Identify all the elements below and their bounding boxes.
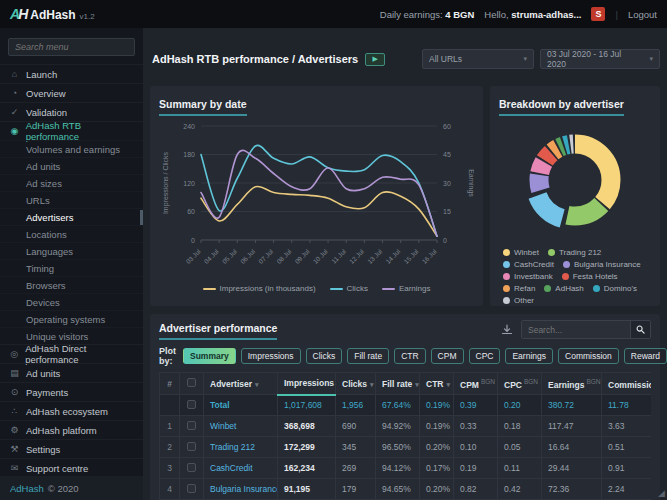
sidebar-item-label: Browsers <box>26 280 66 291</box>
sidebar-item-browsers[interactable]: Browsers <box>0 276 143 293</box>
donut-legend-item-other[interactable]: Other <box>503 296 534 305</box>
search-icon[interactable] <box>630 321 650 338</box>
row-checkbox[interactable] <box>187 421 196 430</box>
column-header-clicks[interactable]: Clicks▾ <box>336 373 376 395</box>
legend-item-earnings[interactable]: Earnings <box>382 284 431 293</box>
adhash-logo[interactable]: AH AdHash v1.2 <box>10 6 95 22</box>
greeting[interactable]: Hello, struma-adhas... <box>484 9 581 20</box>
row-checkbox[interactable] <box>187 463 196 472</box>
avatar[interactable]: S <box>591 7 605 21</box>
column-header-cpm[interactable]: CPMBGN▾ <box>454 373 498 395</box>
donut-legend-item-investbank[interactable]: Investbank <box>503 272 553 281</box>
logout-button[interactable]: Logout <box>628 9 657 20</box>
sidebar-item-devices[interactable]: Devices <box>0 293 143 310</box>
sidebar-item-languages[interactable]: Languages <box>0 242 143 259</box>
metric-cell: 1,956 <box>336 395 376 416</box>
sidebar-item-adhash-direct-performance[interactable]: ◎AdHash Direct performance <box>0 344 143 363</box>
sidebar-item-ad-sizes[interactable]: Ad sizes <box>0 174 143 191</box>
footer-brand[interactable]: AdHash <box>10 483 44 494</box>
svg-text:12 Jul: 12 Jul <box>348 247 366 265</box>
sidebar-item-validation[interactable]: ✓Validation <box>0 102 143 121</box>
plot-by-reward-button[interactable]: Reward <box>624 348 667 364</box>
donut-legend-item-domino-s[interactable]: Domino's <box>593 284 637 293</box>
sidebar-item-unique-visitors[interactable]: Unique visitors <box>0 327 143 344</box>
donut-legend-item-refan[interactable]: Refan <box>503 284 535 293</box>
date-range-select[interactable]: 03 Jul 2020 - 16 Jul 2020▾ <box>540 49 660 69</box>
plot-by-ctr-button[interactable]: CTR <box>394 348 425 364</box>
column-header-earnings[interactable]: EarningsBGN▾ <box>542 373 602 395</box>
table-search-input[interactable] <box>522 321 630 338</box>
row-index <box>160 395 180 416</box>
row-index: 3 <box>160 458 180 479</box>
column-header-ctr[interactable]: CTR▾ <box>420 373 454 395</box>
legend-item-clicks[interactable]: Clicks <box>330 284 368 293</box>
sidebar-item-adhash-ecosystem[interactable]: ∴AdHash ecosystem <box>0 401 143 420</box>
column-header-advertiser[interactable]: Advertiser▾ <box>204 373 278 395</box>
plot-by-summary-button[interactable]: Summary <box>183 348 236 364</box>
chevron-down-icon: ▾ <box>523 55 527 63</box>
main-content: AdHash RTB performance / Advertisers ▶ A… <box>143 28 667 500</box>
advertiser-link-trading-212[interactable]: Trading 212 <box>210 442 255 452</box>
legend-item-impressions-in-thousands[interactable]: Impressions (in thousands) <box>203 284 316 293</box>
checkbox[interactable] <box>187 378 196 387</box>
sidebar-item-operating-systems[interactable]: Operating systems <box>0 310 143 327</box>
plot-by-earnings-button[interactable]: Earnings <box>505 348 553 364</box>
direct-performance-icon: ◎ <box>9 349 19 359</box>
play-icon: ▶ <box>373 55 378 63</box>
legend-dot <box>503 273 510 280</box>
sidebar-item-payments[interactable]: ⊙Payments <box>0 382 143 401</box>
row-checkbox[interactable] <box>187 400 196 409</box>
plot-by-commission-button[interactable]: Commission <box>558 348 619 364</box>
column-label: Commission <box>608 379 651 389</box>
row-checkbox[interactable] <box>187 442 196 451</box>
legend-label: Bulgaria Insurance <box>574 260 641 269</box>
sidebar-search-input[interactable] <box>8 38 135 56</box>
sidebar-item-label: Operating systems <box>26 314 105 325</box>
line-series-clicks <box>201 145 437 236</box>
svg-text:16 Jul: 16 Jul <box>420 247 438 265</box>
sidebar-item-timing[interactable]: Timing <box>0 259 143 276</box>
advertiser-link-winbet[interactable]: Winbet <box>210 421 236 431</box>
column-header-commission[interactable]: CommissionBGN▾ <box>602 373 652 395</box>
plot-by-cpm-button[interactable]: CPM <box>431 348 464 364</box>
sidebar-item-adhash-platform[interactable]: ⚙AdHash platform <box>0 420 143 439</box>
plot-by-fill-rate-button[interactable]: Fill rate <box>347 348 389 364</box>
donut-legend-item-trading-212[interactable]: Trading 212 <box>548 248 601 257</box>
legend-label: Impressions (in thousands) <box>220 284 316 293</box>
donut-legend-item-winbet[interactable]: Winbet <box>503 248 539 257</box>
sidebar-item-ad-units[interactable]: Ad units <box>0 157 143 174</box>
sidebar-item-settings[interactable]: ⚒Settings <box>0 439 143 458</box>
plot-by-clicks-button[interactable]: Clicks <box>306 348 343 364</box>
sidebar-item-launch[interactable]: ⌂Launch <box>0 64 143 83</box>
svg-text:180: 180 <box>183 151 195 158</box>
sidebar-item-volumes-and-earnings[interactable]: Volumes and earnings <box>0 140 143 157</box>
plot-by-cpc-button[interactable]: CPC <box>469 348 501 364</box>
donut-legend-item-festa-hotels[interactable]: Festa Hotels <box>562 272 618 281</box>
column-header-fill-rate[interactable]: Fill rate▾ <box>376 373 420 395</box>
legend-dot <box>503 261 510 268</box>
sidebar-item-ad-units[interactable]: ▤Ad units <box>0 363 143 382</box>
sidebar-item-urls[interactable]: URLs <box>0 191 143 208</box>
donut-legend-item-bulgaria-insurance[interactable]: Bulgaria Insurance <box>563 260 641 269</box>
sidebar-item-locations[interactable]: Locations <box>0 225 143 242</box>
metric-cell: 0.19 <box>454 458 498 479</box>
svg-text:03 Jul: 03 Jul <box>184 247 202 265</box>
download-icon[interactable] <box>501 324 513 336</box>
sidebar-item-overview[interactable]: ◔Overview <box>0 83 143 102</box>
advertiser-link-bulgaria-insurance[interactable]: Bulgaria Insurance <box>210 484 278 494</box>
donut-legend-item-cashcredit[interactable]: CashCredit <box>503 260 554 269</box>
select-all-checkbox[interactable] <box>180 373 204 395</box>
advertiser-link-cashcredit[interactable]: CashCredit <box>210 463 253 473</box>
svg-text:13 Jul: 13 Jul <box>366 247 384 265</box>
play-report-button[interactable]: ▶ <box>365 53 385 66</box>
sidebar-item-adhash-rtb-performance[interactable]: ◉AdHash RTB performance <box>0 121 143 140</box>
plot-by-impressions-button[interactable]: Impressions <box>241 348 301 364</box>
donut-legend-item-adhash[interactable]: AdHash <box>544 284 583 293</box>
column-header-impressions[interactable]: Impressions▾ <box>278 373 336 395</box>
url-filter-select[interactable]: All URLs▾ <box>422 49 534 69</box>
sidebar-item-support-centre[interactable]: ✉Support centre <box>0 458 143 477</box>
sidebar-item-advertisers[interactable]: Advertisers <box>0 208 143 225</box>
row-checkbox[interactable] <box>187 484 196 493</box>
resize-grip[interactable]: ◢ <box>658 488 665 498</box>
column-header-cpc[interactable]: CPCBGN▾ <box>498 373 542 395</box>
